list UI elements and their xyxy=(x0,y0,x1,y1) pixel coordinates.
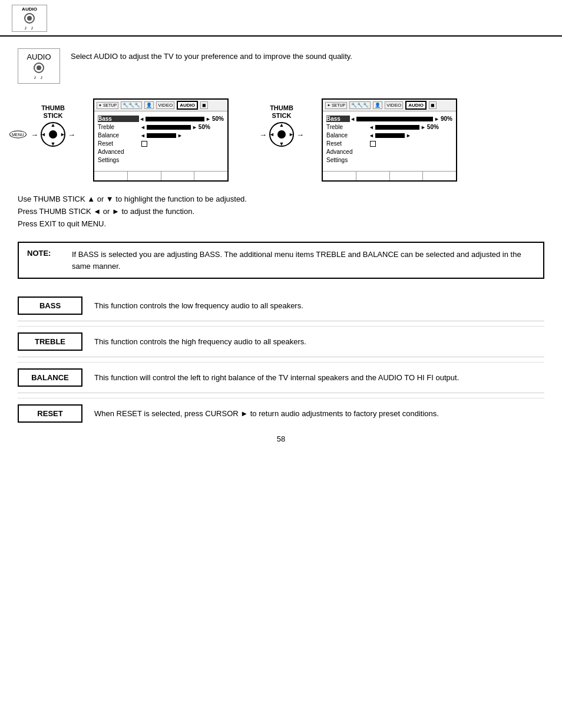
tv-value-bass-right: 90% xyxy=(441,116,452,122)
separator-3 xyxy=(18,393,544,393)
dir-right-right: ► xyxy=(289,131,294,137)
tv-video-icon-left: VIDEO xyxy=(156,101,174,109)
tv-arrow-left-bass-r: ◄ xyxy=(350,116,355,122)
tv-bottom-seg1-left xyxy=(94,172,128,180)
tv-label-advanced-right: Advanced xyxy=(326,149,369,155)
feature-label-reset: RESET xyxy=(18,404,82,423)
menu-badge-left: MENU xyxy=(9,131,27,139)
tv-bar-bass-left: ◄ ► 50% xyxy=(139,116,224,122)
thumbstick-circle-right: ▲ ▼ ◄ ► xyxy=(269,122,294,147)
tv-label-balance-left: Balance xyxy=(98,132,140,139)
tv-arrow-right-treble: ► xyxy=(192,124,197,130)
intro-text: Select AUDIO to adjust the TV to your pr… xyxy=(71,48,352,62)
dir-down-right: ▼ xyxy=(279,141,285,147)
note-content: If BASS is selected you are adjusting BA… xyxy=(66,243,543,278)
feature-row-balance: BALANCE This function will control the l… xyxy=(18,362,544,387)
tv-arrow-right-treble-r: ► xyxy=(421,124,426,130)
thumbstick-label-right: THUMBSTICK xyxy=(270,104,293,120)
tv-label-advanced-left: Advanced xyxy=(98,149,140,155)
page-number: 58 xyxy=(18,434,544,449)
diagrams-section: THUMBSTICK MENU → ▲ ▼ ◄ ► → xyxy=(18,98,544,182)
arrow-right2-left: → xyxy=(68,130,75,139)
thumbstick-circle-left: ▲ ▼ ◄ ► xyxy=(41,122,65,147)
tv-bottom-bar-left xyxy=(94,171,227,180)
separator-1 xyxy=(18,321,544,321)
thumbstick-area-left: THUMBSTICK MENU → ▲ ▼ ◄ ► → xyxy=(18,104,88,147)
diagram-group-right: THUMBSTICK → ▲ ▼ ◄ ► → xyxy=(246,98,457,182)
tv-bottom-seg3-left xyxy=(161,172,195,180)
feature-label-treble: TREBLE xyxy=(18,332,82,351)
instructions-text: Use THUMB STICK ▲ or ▼ to highlight the … xyxy=(18,193,544,230)
tv-extra-icon-left: ◼ xyxy=(200,101,208,109)
tv-label-settings-left: Settings xyxy=(98,157,140,163)
tv-arrow-right-bass-r: ► xyxy=(434,116,439,122)
tv-label-balance-right: Balance xyxy=(326,132,369,139)
tv-extra-icon-right: ◼ xyxy=(429,101,437,109)
tv-bar-fill-balance-right xyxy=(375,133,405,138)
tv-row-reset-left: Reset xyxy=(98,140,224,147)
feature-row-reset: RESET When RESET is selected, press CURS… xyxy=(18,398,544,423)
top-header: AUDIO ♪ ♪ xyxy=(0,0,562,37)
thumbstick-area-right: THUMBSTICK → ▲ ▼ ◄ ► → xyxy=(246,104,317,147)
main-content: AUDIO ♪ ♪ Select AUDIO to adjust the TV … xyxy=(0,37,562,461)
thumbstick-inner-right xyxy=(277,130,286,139)
dir-left-left: ◄ xyxy=(41,131,46,137)
tv-bar-fill-balance-left xyxy=(147,133,176,138)
tv-bar-balance-right: ◄ ► xyxy=(369,133,452,139)
tv-row-settings-right: Settings xyxy=(326,157,452,163)
tv-row-settings-left: Settings xyxy=(98,157,224,163)
tv-person-icon-right: 👤 xyxy=(373,101,382,109)
arrow-right-left: → xyxy=(31,130,38,139)
tv-video-icon-right: VIDEO xyxy=(385,101,403,109)
tv-row-treble-left: Treble ◄ ► 50% xyxy=(98,124,224,130)
tv-bottom-seg4-left xyxy=(194,172,227,180)
intro-audio-label: AUDIO xyxy=(27,52,51,61)
feature-desc-treble: This function controls the high frequenc… xyxy=(94,332,306,348)
tv-screen-left: ✦ SETUP 🔧🔧🔧 👤 VIDEO AUDIO ◼ Bass ◄ ► xyxy=(93,98,229,182)
intro-icon-box: AUDIO ♪ ♪ xyxy=(18,48,60,84)
tv-bar-fill-treble-left xyxy=(147,125,191,130)
thumbstick-inner-left xyxy=(49,130,57,139)
header-audio-label: AUDIO xyxy=(22,6,37,12)
feature-desc-balance: This function will control the left to r… xyxy=(94,368,459,384)
tv-row-advanced-right: Advanced xyxy=(326,149,452,155)
dir-up-right: ▲ xyxy=(279,122,285,128)
tv-label-reset-right: Reset xyxy=(326,140,369,147)
tv-arrow-left-balance-r: ◄ xyxy=(369,133,374,139)
feature-row-treble: TREBLE This function controls the high f… xyxy=(18,326,544,351)
intro-section: AUDIO ♪ ♪ Select AUDIO to adjust the TV … xyxy=(18,48,544,84)
tv-row-balance-right: Balance ◄ ► xyxy=(326,132,452,139)
tv-bar-fill-treble-right xyxy=(375,125,419,130)
tv-bottom-seg1-right xyxy=(323,172,356,180)
instruction-line-3: Press EXIT to quit MENU. xyxy=(18,218,544,230)
tv-bottom-bar-right xyxy=(323,171,456,180)
header-audio-notes: ♪ ♪ xyxy=(24,25,35,31)
tv-audio-tab-left: AUDIO xyxy=(177,101,198,110)
tv-bar-balance-left: ◄ ► xyxy=(140,133,224,139)
thumbstick-container-right: → ▲ ▼ ◄ ► → xyxy=(259,122,304,147)
tv-arrow-left-balance: ◄ xyxy=(140,133,146,139)
tv-label-bass-right: Bass xyxy=(326,116,350,122)
tv-bottom-seg4-right xyxy=(423,172,456,180)
tv-screen-right: ✦ SETUP 🔧🔧🔧 👤 VIDEO AUDIO ◼ Bass ◄ ► xyxy=(322,98,457,182)
tv-icons-group-left: 🔧🔧🔧 xyxy=(121,101,142,109)
tv-bar-treble-left: ◄ ► 50% xyxy=(140,124,224,130)
tv-row-treble-right: Treble ◄ ► 50% xyxy=(326,124,452,130)
thumbstick-label-left: THUMBSTICK xyxy=(41,104,65,120)
arrow-right2-right: → xyxy=(296,130,304,139)
separator-2 xyxy=(18,357,544,357)
header-audio-circle-inner xyxy=(27,16,32,21)
note-label: NOTE: xyxy=(19,243,66,278)
tv-bar-fill-bass-right xyxy=(356,117,433,121)
tv-bottom-seg3-right xyxy=(390,172,424,180)
intro-audio-notes: ♪ ♪ xyxy=(34,74,44,80)
tv-row-advanced-left: Advanced xyxy=(98,149,224,155)
intro-audio-circle-inner xyxy=(37,65,41,70)
feature-label-balance: BALANCE xyxy=(18,368,82,387)
tv-bottom-seg2-right xyxy=(356,172,390,180)
instruction-line-1: Use THUMB STICK ▲ or ▼ to highlight the … xyxy=(18,193,544,206)
tv-bar-fill-bass-left xyxy=(146,117,204,121)
note-box: NOTE: If BASS is selected you are adjust… xyxy=(18,242,544,279)
dir-right-left: ► xyxy=(60,131,65,137)
tv-checkbox-reset-right xyxy=(370,141,376,147)
